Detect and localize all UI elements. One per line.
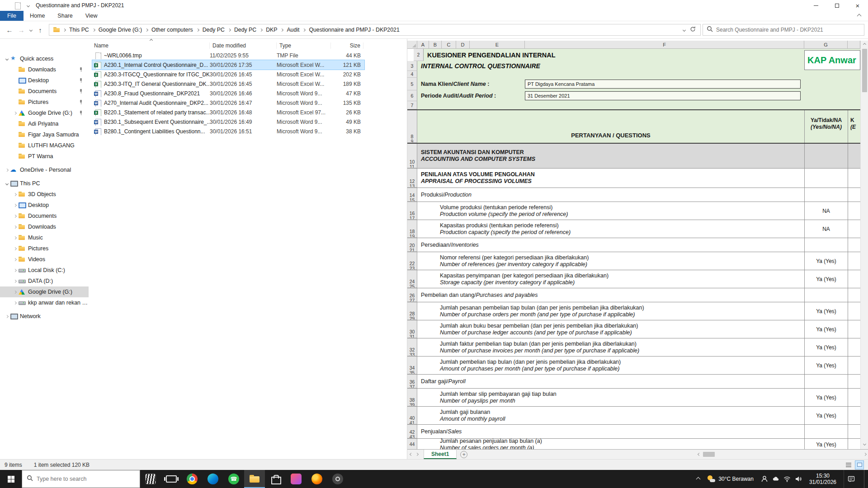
previous-sheet-icon[interactable] [410, 453, 413, 456]
hidden-icons-chevron-icon[interactable] [696, 477, 701, 481]
vertical-scrollbar[interactable] [860, 41, 868, 449]
taskbar-app-media-app[interactable] [286, 470, 307, 488]
explorer-search[interactable] [703, 24, 864, 36]
taskbar-app-settings-app[interactable] [327, 470, 348, 488]
sidebar-item-kkp-anwar-dan-rekan-1[interactable]: kkp anwar dan rekan (\\1 [0, 297, 89, 308]
file-row[interactable]: A230.3-ITQ_IT General Questionnaire_DK..… [92, 79, 364, 89]
sidebar-item-music[interactable]: Music [0, 232, 89, 243]
taskbar-search[interactable] [22, 470, 140, 488]
scrollbar-thumb[interactable] [862, 49, 867, 92]
expand-chevron-icon[interactable] [12, 237, 18, 239]
column-header-name[interactable]: Name [92, 42, 210, 49]
menu-tab-home[interactable]: Home [24, 11, 51, 21]
menu-tab-view[interactable]: View [79, 11, 104, 21]
sidebar-section-this-pc[interactable]: This PC [0, 178, 89, 189]
sidebar-item-google-drive-g[interactable]: Google Drive (G:) [0, 108, 89, 118]
weather-widget[interactable]: 30°C Berawan [705, 475, 755, 483]
breadcrumb-item[interactable]: This PC [66, 27, 92, 33]
up-button[interactable]: ↑ [34, 24, 46, 36]
horizontal-scrollbar[interactable] [698, 452, 866, 457]
breadcrumb-item[interactable]: Other computers [148, 27, 196, 33]
refresh-icon[interactable] [690, 26, 696, 34]
start-button[interactable] [0, 470, 22, 488]
sidebar-item-videos[interactable]: Videos [0, 254, 89, 265]
taskbar-app-zebra-app[interactable] [140, 470, 161, 488]
address-bar[interactable]: This PCGoogle Drive (G:)Other computersD… [49, 24, 701, 36]
sidebar-item-3d-objects[interactable]: 3D Objects [0, 189, 89, 200]
breadcrumb-item[interactable]: Questionnaire and PMPJ - DKP2021 [306, 27, 402, 33]
sidebar-item-documents[interactable]: Documents [0, 86, 89, 97]
taskbar-app-store[interactable] [265, 470, 286, 488]
sidebar-item-adi-priyatna[interactable]: Adi Priyatna [0, 118, 89, 129]
sidebar-item-pt-warna[interactable]: PT Warna [0, 151, 89, 162]
search-input[interactable] [716, 27, 860, 33]
expand-chevron-icon[interactable] [12, 269, 18, 272]
sidebar-section-quick-access[interactable]: Quick access [0, 53, 89, 64]
user-icon[interactable] [761, 475, 768, 483]
address-dropdown-chevron-icon[interactable] [683, 28, 686, 31]
sheet-tab-sheet1[interactable]: Sheet1 [424, 450, 457, 459]
minimize-button[interactable] [806, 0, 826, 11]
expand-chevron-icon[interactable] [12, 112, 18, 114]
expand-chevron-icon[interactable] [12, 280, 18, 282]
next-sheet-icon[interactable] [415, 453, 419, 456]
expand-chevron-icon[interactable] [4, 58, 10, 60]
sidebar-item-desktop[interactable]: Desktop [0, 200, 89, 211]
volume-icon[interactable] [795, 475, 802, 483]
forward-button[interactable]: → [15, 24, 27, 36]
breadcrumb-item[interactable]: Dedy PC [231, 27, 259, 33]
expand-chevron-icon[interactable] [4, 183, 10, 185]
sidebar-item-downloads[interactable]: Downloads [0, 64, 89, 75]
expand-chevron-icon[interactable] [12, 215, 18, 217]
action-center-button[interactable] [844, 470, 859, 488]
expand-chevron-icon[interactable] [4, 169, 10, 171]
file-row[interactable]: A270_Internal Audit Questionnaire_DKP2..… [92, 98, 364, 108]
sidebar-item-local-disk-c[interactable]: Local Disk (C:) [0, 265, 89, 276]
expand-chevron-icon[interactable] [12, 204, 18, 206]
sidebar-item-desktop[interactable]: Desktop [0, 75, 89, 86]
expand-chevron-icon[interactable] [12, 291, 18, 293]
breadcrumb-item[interactable]: Audit [283, 27, 302, 33]
sidebar-item-downloads[interactable]: Downloads [0, 221, 89, 232]
back-button[interactable]: ← [4, 24, 15, 36]
file-row[interactable]: ~WRL0066.tmp11/02/2025 9:55TMP File44 KB [92, 51, 364, 60]
large-icons-view-button[interactable] [855, 461, 863, 469]
sidebar-section-network[interactable]: Network [0, 311, 89, 322]
column-header-size[interactable]: Size [331, 42, 363, 49]
taskbar-app-task-view[interactable] [161, 470, 182, 488]
collapse-ribbon-chevron-icon[interactable] [857, 14, 862, 18]
show-desktop-button[interactable] [864, 470, 866, 488]
file-row[interactable]: A230.3-ITGCQ_Questionnaire for ITGC_DK..… [92, 70, 364, 79]
sidebar-item-pictures[interactable]: Pictures [0, 243, 89, 254]
expand-chevron-icon[interactable] [4, 315, 10, 318]
breadcrumb-item[interactable]: Google Drive (G:) [95, 27, 145, 33]
close-button[interactable]: × [847, 0, 868, 11]
expand-chevron-icon[interactable] [12, 302, 18, 304]
sidebar-item-documents[interactable]: Documents [0, 211, 89, 221]
expand-chevron-icon[interactable] [12, 193, 18, 196]
menu-tab-share[interactable]: Share [51, 11, 79, 21]
h-scrollbar-thumb[interactable] [703, 452, 715, 457]
breadcrumb-item[interactable]: DKP [263, 27, 280, 33]
file-row[interactable]: B220.1_Statement of related party transa… [92, 108, 364, 117]
taskbar-app-firefox[interactable] [307, 470, 327, 488]
wifi-icon[interactable] [783, 475, 791, 483]
sidebar-item-google-drive-g[interactable]: Google Drive (G:) [0, 286, 89, 297]
maximize-button[interactable] [826, 0, 847, 11]
sidebar-item-figar-jaya-samudra[interactable]: Figar Jaya Samudra [0, 129, 89, 140]
taskbar-app-edge[interactable] [203, 470, 223, 488]
expand-chevron-icon[interactable] [12, 226, 18, 228]
sidebar-section-onedrive-personal[interactable]: OneDrive - Personal [0, 164, 89, 175]
taskbar-app-whatsapp[interactable] [223, 470, 244, 488]
details-view-button[interactable] [844, 461, 853, 469]
file-menu-tab[interactable]: File [0, 11, 24, 21]
sidebar-item-data-d[interactable]: DATA (D:) [0, 276, 89, 286]
sidebar-item-pictures[interactable]: Pictures [0, 97, 89, 108]
expand-chevron-icon[interactable] [12, 248, 18, 250]
file-row[interactable]: A230.8_Fraud Questionnaire_DKP202130/01/… [92, 89, 364, 98]
recent-locations-chevron-icon[interactable] [27, 24, 34, 36]
file-row[interactable]: B230.1_Subsequent Event Questionnaire_..… [92, 117, 364, 127]
column-header-date-modified[interactable]: Date modified [210, 42, 277, 49]
add-sheet-button[interactable]: + [460, 451, 467, 458]
taskbar-app-chrome[interactable] [182, 470, 203, 488]
